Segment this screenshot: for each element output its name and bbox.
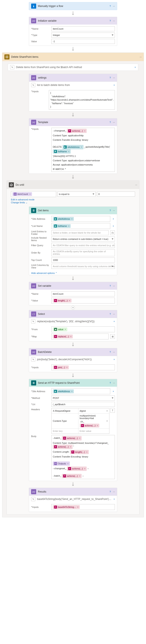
- remove-row-icon[interactable]: ×: [105, 414, 109, 428]
- type-select[interactable]: Integer: [51, 32, 115, 38]
- more-icon[interactable]: ···: [113, 121, 115, 124]
- dyn-pill[interactable]: ◧listName×: [53, 224, 71, 228]
- help-icon[interactable]: ?: [110, 209, 111, 212]
- site-address-input[interactable]: ◧siteAddress×: [51, 216, 110, 222]
- fx-pill[interactable]: fxactions(...)×: [62, 436, 82, 440]
- help-icon[interactable]: ?: [110, 351, 111, 353]
- settings-desc: list to batch delete items from: [37, 84, 112, 86]
- template-inputs[interactable]: --changeset_ fxactions(...)× Content-Typ…: [51, 128, 115, 172]
- limit-folder-input[interactable]: Select a folder, or leave blank for the …: [51, 230, 108, 235]
- var-pill[interactable]: {x}itemCount×: [13, 192, 32, 196]
- fx-pill[interactable]: fxjoin(...)×: [53, 366, 69, 369]
- close-icon[interactable]: ×: [114, 358, 115, 361]
- include-nested-select[interactable]: Return entries contained in sub-folders …: [51, 236, 115, 242]
- header-key[interactable]: Content-Type: [52, 414, 78, 428]
- more-icon[interactable]: ···: [113, 20, 115, 22]
- more-icon[interactable]: ···: [140, 56, 141, 58]
- remove-row-icon[interactable]: ×: [105, 408, 109, 413]
- help-icon[interactable]: ?: [110, 121, 111, 124]
- dyn-pill[interactable]: ◧siteAddress×: [62, 145, 84, 149]
- until-op[interactable]: is equal to: [57, 192, 96, 196]
- results-inputs[interactable]: fxbase64ToString...×: [51, 504, 115, 510]
- fx-pill[interactable]: fxlength(...)×: [53, 299, 72, 302]
- limit-cols-select[interactable]: Avoid column threshold issues by only us…: [51, 264, 115, 269]
- close-icon[interactable]: ×: [135, 66, 136, 68]
- help-icon[interactable]: ?: [110, 313, 111, 315]
- order-by-input[interactable]: An ODATA orderBy query for specifying th…: [51, 249, 115, 256]
- close-icon[interactable]: ×: [114, 320, 115, 323]
- add-action-button[interactable]: +: [11, 306, 135, 310]
- edit-advanced-link[interactable]: Edit in advanced mode: [11, 198, 135, 201]
- get-items-title: Get items: [38, 209, 108, 212]
- site-address-input[interactable]: ◧siteAddress×: [51, 388, 110, 394]
- top-count-input[interactable]: 1000: [51, 258, 115, 262]
- body-label: Body: [31, 435, 50, 438]
- clear-icon[interactable]: ×: [112, 225, 115, 227]
- header-key[interactable]: Enter key: [52, 428, 78, 434]
- hide-advanced-link[interactable]: Hide advanced options ⌃: [29, 270, 117, 275]
- value-input[interactable]: -1: [51, 39, 115, 44]
- settings-inputs[interactable]: { "siteAddress": "https://accendo1.share…: [49, 90, 115, 110]
- list-name-input[interactable]: ◧listName×: [51, 223, 110, 229]
- close-icon[interactable]: ×: [114, 84, 115, 86]
- dyn-pill[interactable]: ◧siteAddress×: [53, 390, 74, 393]
- help-icon[interactable]: ?: [110, 20, 111, 22]
- close-icon[interactable]: ×: [114, 498, 115, 500]
- body-input[interactable]: --batch_ fxactions(...)× Content-Type: m…: [51, 435, 115, 479]
- clear-icon[interactable]: ×: [112, 218, 115, 220]
- fx-pill[interactable]: fxlength(...)×: [70, 450, 89, 454]
- fx-pill[interactable]: fxactions(...)×: [62, 474, 82, 478]
- map-mode-button[interactable]: ⊞: [110, 334, 115, 339]
- until-right[interactable]: 0: [97, 192, 135, 196]
- arrow-connector: [11, 275, 135, 282]
- dyn-pill[interactable]: ◧siteAddress×: [53, 217, 74, 221]
- fx-pill[interactable]: fxactions(...)×: [67, 466, 87, 471]
- header-value[interactable]: digest: [78, 408, 105, 413]
- text: multipart/mixed; boundary=bat: [80, 414, 104, 420]
- more-icon[interactable]: ···: [113, 209, 115, 212]
- comment-icon: ✎: [31, 83, 35, 87]
- more-icon[interactable]: ···: [135, 184, 137, 186]
- arrow-connector: [11, 481, 135, 488]
- header-value[interactable]: multipart/mixed; boundary=bat ch_ fxacti…: [78, 414, 105, 428]
- help-icon[interactable]: ?: [110, 490, 111, 493]
- text-mode-button[interactable]: T: [110, 408, 115, 413]
- method-select[interactable]: POST: [51, 396, 115, 400]
- from-input[interactable]: ▣value×: [51, 326, 115, 332]
- batch-inputs[interactable]: fxjoin(...)×: [51, 364, 115, 370]
- more-icon[interactable]: ···: [113, 382, 115, 384]
- help-icon[interactable]: ?: [110, 284, 111, 287]
- more-icon[interactable]: ···: [113, 313, 115, 315]
- fx-pill[interactable]: fxbase64ToString...×: [53, 505, 80, 509]
- help-icon[interactable]: ?: [110, 5, 111, 7]
- fx-pill[interactable]: fxactions(...)×: [53, 445, 73, 449]
- var-pill[interactable]: {x}Outputs×: [53, 462, 70, 466]
- dyn-pill[interactable]: ▣value×: [53, 328, 67, 331]
- site-address-label: Site Address: [31, 390, 50, 392]
- uri-input[interactable]: /_api/$batch: [51, 402, 115, 407]
- help-icon[interactable]: ?: [110, 382, 111, 384]
- name-input[interactable]: itemCount: [51, 291, 115, 296]
- more-icon[interactable]: ···: [113, 76, 115, 79]
- dyn-pill[interactable]: ◧listName×: [53, 149, 71, 154]
- more-icon[interactable]: ···: [113, 351, 115, 353]
- fx-pill[interactable]: fxactions(...)×: [67, 129, 87, 133]
- more-icon[interactable]: ···: [113, 284, 115, 287]
- template-title: Template: [38, 121, 108, 124]
- folder-picker-button[interactable]: 🗀: [110, 230, 115, 235]
- help-icon[interactable]: ?: [110, 76, 111, 79]
- name-input[interactable]: itemCount: [51, 26, 115, 31]
- fx-pill[interactable]: fxactions(...)×: [80, 424, 99, 428]
- fx-pill[interactable]: fxreplace(...)×: [53, 334, 73, 338]
- value-input[interactable]: fxlength(...)×: [51, 298, 115, 304]
- clear-icon[interactable]: ×: [112, 390, 115, 392]
- change-limits-link[interactable]: Change limits ⌄: [11, 201, 135, 204]
- filter-query-input[interactable]: An ODATA filter query to restrict the en…: [51, 243, 115, 248]
- more-icon[interactable]: ···: [113, 5, 115, 7]
- header-value[interactable]: Enter value: [78, 428, 105, 434]
- header-key[interactable]: X-RequestDigest: [52, 408, 78, 413]
- more-icon[interactable]: ···: [113, 490, 115, 493]
- comment-icon: ✎: [10, 65, 14, 69]
- until-left[interactable]: {x}itemCount×: [11, 191, 56, 197]
- map-input[interactable]: fxreplace(...)×: [51, 334, 108, 340]
